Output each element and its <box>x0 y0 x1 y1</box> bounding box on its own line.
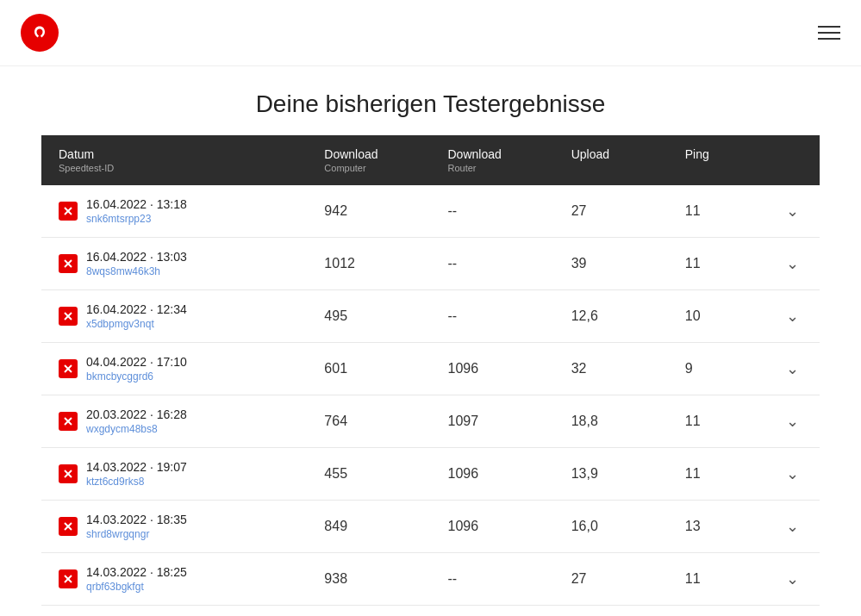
date-text-5: 14.03.2022 · 19:07 <box>86 460 187 474</box>
speedtest-id-5: ktzt6cd9rks8 <box>86 476 187 488</box>
svg-point-0 <box>28 22 51 44</box>
date-text-2: 16.04.2022 · 12:34 <box>86 302 187 316</box>
speedtest-id-6: shrd8wrgqngr <box>86 528 187 540</box>
cell-upload-0: 27 <box>554 185 668 238</box>
cell-dl-comp-8: 695 <box>307 606 430 617</box>
expand-icon-7[interactable]: ⌄ <box>786 570 799 588</box>
expand-icon-1[interactable]: ⌄ <box>786 255 799 272</box>
cell-date-2: 16.04.2022 · 12:34 x5dbpmgv3nqt <box>41 290 307 343</box>
cell-dl-router-8: 1097 <box>430 606 553 617</box>
delete-button-2[interactable] <box>59 307 78 326</box>
cell-date-5: 14.03.2022 · 19:07 ktzt6cd9rks8 <box>41 448 307 501</box>
table-row: 14.03.2022 · 18:25 qrbf63bgkfgt 938 -- 2… <box>41 553 820 606</box>
cell-dl-router-2: -- <box>430 290 553 343</box>
cell-date-1: 16.04.2022 · 13:03 8wqs8mw46k3h <box>41 238 307 290</box>
delete-button-4[interactable] <box>59 412 78 431</box>
cell-expand-0[interactable]: ⌄ <box>763 185 820 238</box>
page-title: Deine bisherigen Testergebnisse <box>0 66 861 135</box>
speedtest-id-4: wxgdycm48bs8 <box>86 423 187 435</box>
cell-ping-7: 11 <box>668 553 763 606</box>
cell-dl-comp-5: 455 <box>307 448 430 501</box>
col-header-ping: Ping <box>668 135 763 185</box>
col-header-expand <box>763 135 820 185</box>
expand-icon-6[interactable]: ⌄ <box>786 518 799 535</box>
cell-dl-router-7: -- <box>430 553 553 606</box>
cell-ping-4: 11 <box>668 395 763 448</box>
table-row: 04.04.2022 · 17:10 bkmcbycggrd6 601 1096… <box>41 343 820 395</box>
expand-icon-0[interactable]: ⌄ <box>786 202 799 220</box>
cell-dl-router-5: 1096 <box>430 448 553 501</box>
cell-expand-8[interactable]: ⌄ <box>763 606 820 617</box>
table-row: 16.04.2022 · 13:18 snk6mtsrpp23 942 -- 2… <box>41 185 820 238</box>
table-row: 16.04.2022 · 12:34 x5dbpmgv3nqt 495 -- 1… <box>41 290 820 343</box>
delete-button-6[interactable] <box>59 517 78 536</box>
table-row: 20.03.2022 · 16:28 wxgdycm48bs8 764 1097… <box>41 395 820 448</box>
delete-button-0[interactable] <box>59 202 78 221</box>
date-text-4: 20.03.2022 · 16:28 <box>86 408 187 421</box>
speedtest-id-0: snk6mtsrpp23 <box>86 213 187 225</box>
cell-date-7: 14.03.2022 · 18:25 qrbf63bgkfgt <box>41 553 307 606</box>
cell-expand-5[interactable]: ⌄ <box>763 448 820 501</box>
cell-expand-7[interactable]: ⌄ <box>763 553 820 606</box>
date-text-7: 14.03.2022 · 18:25 <box>86 565 187 579</box>
cell-dl-router-4: 1097 <box>430 395 553 448</box>
cell-dl-router-0: -- <box>430 185 553 238</box>
cell-date-3: 04.04.2022 · 17:10 bkmcbycggrd6 <box>41 343 307 395</box>
expand-icon-4[interactable]: ⌄ <box>786 413 799 430</box>
cell-date-6: 14.03.2022 · 18:35 shrd8wrgqngr <box>41 501 307 553</box>
cell-ping-6: 13 <box>668 501 763 553</box>
results-table: Datum Speedtest-ID Download Computer Dow… <box>41 135 820 616</box>
speedtest-id-3: bkmcbycggrd6 <box>86 370 187 383</box>
date-text-6: 14.03.2022 · 18:35 <box>86 513 187 526</box>
cell-ping-0: 11 <box>668 185 763 238</box>
cell-expand-4[interactable]: ⌄ <box>763 395 820 448</box>
expand-icon-5[interactable]: ⌄ <box>786 465 799 482</box>
cell-upload-2: 12,6 <box>554 290 668 343</box>
cell-ping-2: 10 <box>668 290 763 343</box>
cell-upload-8: 34 <box>554 606 668 617</box>
hamburger-menu-button[interactable] <box>818 26 840 40</box>
speedtest-id-1: 8wqs8mw46k3h <box>86 265 187 277</box>
results-table-container: Datum Speedtest-ID Download Computer Dow… <box>41 135 820 616</box>
cell-dl-comp-2: 495 <box>307 290 430 343</box>
table-row: 16.04.2022 · 13:03 8wqs8mw46k3h 1012 -- … <box>41 238 820 290</box>
delete-button-3[interactable] <box>59 359 78 378</box>
expand-icon-3[interactable]: ⌄ <box>786 360 799 377</box>
col-header-download-computer: Download Computer <box>307 135 430 185</box>
cell-ping-8: 7 <box>668 606 763 617</box>
date-text-3: 04.04.2022 · 17:10 <box>86 355 187 369</box>
cell-dl-comp-0: 942 <box>307 185 430 238</box>
cell-upload-1: 39 <box>554 238 668 290</box>
cell-dl-comp-7: 938 <box>307 553 430 606</box>
cell-ping-5: 11 <box>668 448 763 501</box>
date-text-1: 16.04.2022 · 13:03 <box>86 250 187 264</box>
cell-upload-4: 18,8 <box>554 395 668 448</box>
cell-expand-2[interactable]: ⌄ <box>763 290 820 343</box>
delete-button-7[interactable] <box>59 569 78 588</box>
cell-upload-5: 13,9 <box>554 448 668 501</box>
expand-icon-2[interactable]: ⌄ <box>786 308 799 325</box>
cell-expand-1[interactable]: ⌄ <box>763 238 820 290</box>
cell-dl-router-1: -- <box>430 238 553 290</box>
table-row: 09.02.2022 · 18:31 ym7krpzpsc7x 695 1097… <box>41 606 820 617</box>
cell-expand-6[interactable]: ⌄ <box>763 501 820 553</box>
cell-date-0: 16.04.2022 · 13:18 snk6mtsrpp23 <box>41 185 307 238</box>
speedtest-id-7: qrbf63bgkfgt <box>86 581 187 593</box>
cell-ping-1: 11 <box>668 238 763 290</box>
cell-upload-6: 16,0 <box>554 501 668 553</box>
cell-upload-3: 32 <box>554 343 668 395</box>
cell-dl-comp-4: 764 <box>307 395 430 448</box>
cell-ping-3: 9 <box>668 343 763 395</box>
col-header-download-router: Download Router <box>430 135 553 185</box>
speedtest-id-2: x5dbpmgv3nqt <box>86 318 187 330</box>
delete-button-1[interactable] <box>59 254 78 273</box>
cell-date-4: 20.03.2022 · 16:28 wxgdycm48bs8 <box>41 395 307 448</box>
date-text-0: 16.04.2022 · 13:18 <box>86 197 187 211</box>
cell-date-8: 09.02.2022 · 18:31 ym7krpzpsc7x <box>41 606 307 617</box>
cell-expand-3[interactable]: ⌄ <box>763 343 820 395</box>
col-header-datum: Datum Speedtest-ID <box>41 135 307 185</box>
cell-dl-router-3: 1096 <box>430 343 553 395</box>
vodafone-logo <box>21 14 59 52</box>
cell-upload-7: 27 <box>554 553 668 606</box>
delete-button-5[interactable] <box>59 464 78 483</box>
